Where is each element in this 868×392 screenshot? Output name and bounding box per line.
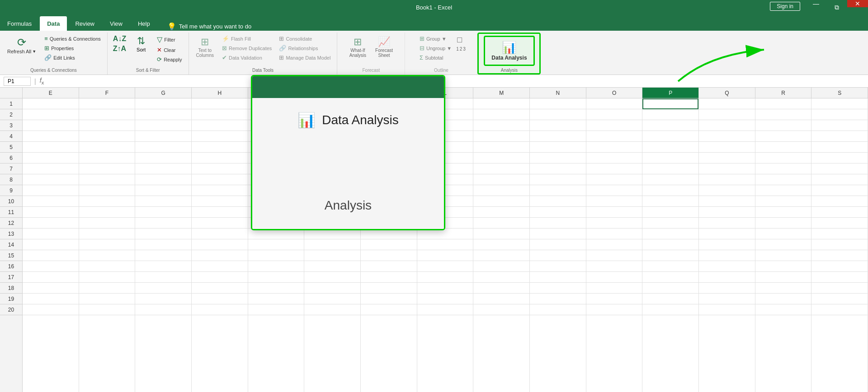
cell-P7[interactable] — [642, 163, 698, 174]
cell-H16[interactable] — [192, 261, 248, 272]
cell-S8[interactable] — [811, 174, 868, 185]
cell-L18[interactable] — [417, 283, 473, 294]
queries-connections-button[interactable]: ≡ Queries & Connections — [42, 34, 104, 43]
cell-Q20[interactable] — [699, 304, 755, 315]
cell-H12[interactable] — [192, 218, 248, 229]
cell-Q19[interactable] — [699, 294, 755, 304]
cell-M16[interactable] — [473, 261, 529, 272]
row-num-15[interactable]: 15 — [0, 250, 22, 261]
cell-F18[interactable] — [79, 283, 135, 294]
filter-button[interactable]: ▽ Filter — [154, 34, 184, 45]
row-num-13[interactable]: 13 — [0, 229, 22, 239]
cell-F8[interactable] — [79, 174, 135, 185]
cell-Q7[interactable] — [699, 163, 755, 174]
cell-F16[interactable] — [79, 261, 135, 272]
cell-P4[interactable] — [642, 131, 698, 142]
cell-M15[interactable] — [473, 250, 529, 261]
cell-N9[interactable] — [530, 185, 586, 196]
cell-E6[interactable] — [23, 153, 79, 163]
cell-M20[interactable] — [473, 304, 529, 315]
tab-formulas[interactable]: Formulas — [0, 16, 39, 31]
cell-N17[interactable] — [530, 272, 586, 283]
cell-S4[interactable] — [811, 131, 868, 142]
cell-S16[interactable] — [811, 261, 868, 272]
cell-I16[interactable] — [248, 261, 304, 272]
clear-button[interactable]: ✕ Clear — [154, 46, 184, 54]
cell-F9[interactable] — [79, 185, 135, 196]
row-num-2[interactable]: 2 — [0, 109, 22, 120]
cell-S12[interactable] — [811, 218, 868, 229]
cell-Q12[interactable] — [699, 218, 755, 229]
cell-S20[interactable] — [811, 304, 868, 315]
cell-S2[interactable] — [811, 109, 868, 120]
cell-G18[interactable] — [135, 283, 191, 294]
cell-J19[interactable] — [304, 294, 360, 304]
cell-E2[interactable] — [23, 109, 79, 120]
cell-R12[interactable] — [755, 218, 811, 229]
cell-Q5[interactable] — [699, 142, 755, 153]
cell-R7[interactable] — [755, 163, 811, 174]
cell-E7[interactable] — [23, 163, 79, 174]
cell-K15[interactable] — [361, 250, 417, 261]
cell-F4[interactable] — [79, 131, 135, 142]
cell-P10[interactable] — [642, 196, 698, 207]
col-header-m[interactable]: M — [473, 88, 530, 98]
sort-button[interactable]: ⇅ Sort — [130, 34, 152, 53]
reapply-button[interactable]: ⟳ Reapply — [154, 55, 184, 64]
name-box[interactable]: P1 — [4, 77, 31, 86]
cell-N3[interactable] — [530, 120, 586, 131]
cell-I15[interactable] — [248, 250, 304, 261]
cell-O16[interactable] — [586, 261, 642, 272]
cell-E20[interactable] — [23, 304, 79, 315]
cell-S15[interactable] — [811, 250, 868, 261]
cell-S11[interactable] — [811, 207, 868, 218]
cell-F6[interactable] — [79, 153, 135, 163]
col-header-e[interactable]: E — [23, 88, 79, 98]
cell-N13[interactable] — [530, 229, 586, 239]
cell-N6[interactable] — [530, 153, 586, 163]
cell-O6[interactable] — [586, 153, 642, 163]
cell-R9[interactable] — [755, 185, 811, 196]
sort-az-button[interactable]: A↓Z — [111, 34, 128, 43]
cell-O19[interactable] — [586, 294, 642, 304]
cell-J16[interactable] — [304, 261, 360, 272]
cell-G7[interactable] — [135, 163, 191, 174]
cell-M7[interactable] — [473, 163, 529, 174]
cell-F12[interactable] — [79, 218, 135, 229]
cell-J15[interactable] — [304, 250, 360, 261]
cell-G10[interactable] — [135, 196, 191, 207]
cell-S13[interactable] — [811, 229, 868, 239]
cell-S6[interactable] — [811, 153, 868, 163]
cell-G20[interactable] — [135, 304, 191, 315]
subtotal-button[interactable]: Σ Subtotal — [417, 53, 454, 62]
restore-button[interactable]: ⧉ — [826, 0, 847, 14]
cell-P5[interactable] — [642, 142, 698, 153]
cell-S1[interactable] — [811, 98, 868, 109]
cell-M11[interactable] — [473, 207, 529, 218]
cell-Q16[interactable] — [699, 261, 755, 272]
row-num-8[interactable]: 8 — [0, 174, 22, 185]
cell-G16[interactable] — [135, 261, 191, 272]
cell-G11[interactable] — [135, 207, 191, 218]
cell-G3[interactable] — [135, 120, 191, 131]
cell-Q11[interactable] — [699, 207, 755, 218]
cell-J20[interactable] — [304, 304, 360, 315]
minimize-button[interactable]: — — [806, 0, 826, 7]
cell-Q3[interactable] — [699, 120, 755, 131]
row-num-11[interactable]: 11 — [0, 207, 22, 218]
cell-J17[interactable] — [304, 272, 360, 283]
cell-K17[interactable] — [361, 272, 417, 283]
cell-N18[interactable] — [530, 283, 586, 294]
cell-F19[interactable] — [79, 294, 135, 304]
cell-E4[interactable] — [23, 131, 79, 142]
cell-P3[interactable] — [642, 120, 698, 131]
cell-F7[interactable] — [79, 163, 135, 174]
cell-M19[interactable] — [473, 294, 529, 304]
cell-M9[interactable] — [473, 185, 529, 196]
tab-help[interactable]: Help — [131, 16, 157, 31]
cell-Q1[interactable] — [699, 98, 755, 109]
cell-E3[interactable] — [23, 120, 79, 131]
cell-N2[interactable] — [530, 109, 586, 120]
cell-G14[interactable] — [135, 239, 191, 250]
cell-H8[interactable] — [192, 174, 248, 185]
